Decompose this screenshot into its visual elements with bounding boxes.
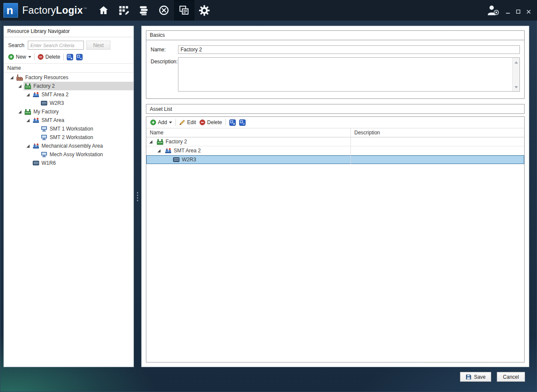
remove-circle-icon — [38, 54, 44, 60]
asset-grid: Name Description Factory 2SMT Area 2W2R3 — [146, 128, 524, 362]
resource-library-navigator-panel: Resource Library Navigator Search Next N… — [3, 26, 134, 367]
production-icon[interactable] — [154, 0, 174, 21]
caret-down-icon — [169, 122, 172, 124]
asset-list-title: Asset List — [146, 104, 525, 114]
expander-icon[interactable] — [149, 140, 153, 144]
close-button[interactable] — [526, 9, 531, 14]
name-input[interactable] — [178, 45, 520, 54]
collapse-all-button[interactable] — [76, 54, 83, 60]
new-button[interactable]: New — [8, 54, 31, 60]
next-button[interactable]: Next — [86, 41, 110, 50]
expand-all-button[interactable] — [229, 119, 236, 126]
settings-icon[interactable] — [194, 0, 214, 21]
tree-item[interactable]: SMT 2 Workstation — [4, 133, 134, 142]
logistics-icon[interactable] — [134, 0, 154, 21]
asset-list-body: Add Edit Delete — [146, 116, 525, 362]
collapse-all-button[interactable] — [239, 119, 246, 126]
delete-button[interactable]: Delete — [38, 54, 60, 60]
tree-item-label: SMT Area — [42, 117, 64, 123]
basics-form: Name: Description: — [146, 40, 524, 98]
search-input[interactable] — [28, 41, 84, 50]
description-input[interactable] — [178, 58, 512, 91]
asset-grid-rows: Factory 2SMT Area 2W2R3 — [146, 137, 524, 164]
tree-item-label: My Factory — [33, 109, 59, 115]
workstation-icon — [41, 151, 47, 158]
basics-section: Basics Name: Description: — [146, 30, 525, 99]
column-header-description[interactable]: Description — [351, 128, 524, 137]
save-button[interactable]: Save — [460, 372, 491, 382]
scroll-down-icon[interactable] — [514, 84, 518, 90]
footer-actions: Save Cancel — [460, 372, 525, 382]
asset-row[interactable]: Factory 2 — [146, 137, 524, 146]
trademark: ™ — [83, 7, 87, 11]
expander-icon[interactable] — [18, 84, 22, 88]
column-header-name[interactable]: Name — [4, 63, 134, 73]
navigator-toolbar: New Delete — [4, 52, 134, 63]
tree-item-label: SMT Area 2 — [42, 92, 68, 98]
user-button[interactable] — [486, 4, 500, 16]
expander-icon[interactable] — [26, 119, 30, 122]
asset-list-section: Asset List Add Edit Delete — [146, 104, 525, 362]
factory-icon — [16, 74, 23, 81]
titlebar-right-controls — [486, 4, 537, 16]
tree-item[interactable]: SMT Area 2 — [4, 90, 134, 99]
minimize-button[interactable] — [506, 9, 510, 14]
tree-item[interactable]: Mech Assy Workstation — [4, 150, 134, 159]
area-icon — [33, 117, 39, 124]
tree-item[interactable]: SMT 1 Workstation — [4, 125, 134, 133]
toolbar-separator — [63, 53, 64, 60]
expander-icon[interactable] — [26, 93, 30, 97]
machine-icon — [173, 156, 180, 163]
app-brand: FactoryLogix™ — [22, 5, 87, 16]
expander-icon[interactable] — [157, 149, 161, 153]
expand-all-button[interactable] — [67, 54, 73, 60]
toolbar-separator — [225, 119, 226, 126]
asset-description-cell — [351, 137, 524, 146]
tree-item[interactable]: W1R6 — [4, 159, 134, 167]
edit-button[interactable]: Edit — [179, 119, 196, 125]
asset-description-cell — [351, 155, 524, 164]
tree-item-label: SMT 2 Workstation — [50, 134, 93, 140]
cancel-button[interactable]: Cancel — [497, 372, 525, 382]
tree-item[interactable]: Mechanical Assembly Area — [4, 142, 134, 150]
expander-icon[interactable] — [18, 110, 22, 114]
asset-name-label: Factory 2 — [166, 139, 187, 145]
tree-item[interactable]: Factory 2 — [4, 82, 134, 90]
add-button[interactable]: Add — [150, 119, 172, 125]
tree-item-label: Factory Resources — [25, 74, 68, 80]
module-nav — [94, 0, 214, 21]
add-button-label: Add — [158, 119, 167, 125]
tree-item[interactable]: My Factory — [4, 107, 134, 116]
basics-section-title: Basics — [146, 31, 524, 40]
description-label: Description: — [151, 57, 178, 92]
expander-icon[interactable] — [26, 144, 30, 148]
tree-item[interactable]: SMT Area — [4, 116, 134, 125]
expander-spacer — [26, 161, 30, 165]
site-icon — [157, 138, 163, 145]
resource-tree: Factory ResourcesFactory 2SMT Area 2W2R3… — [4, 73, 134, 367]
expander-icon[interactable] — [10, 76, 14, 80]
cancel-button-label: Cancel — [503, 374, 519, 380]
tree-item[interactable]: Factory Resources — [4, 73, 134, 82]
tree-item[interactable]: W2R3 — [4, 99, 134, 107]
delete-asset-button[interactable]: Delete — [199, 119, 222, 125]
maximize-button[interactable] — [516, 9, 521, 14]
workstation-icon — [41, 134, 47, 141]
area-icon — [33, 91, 39, 98]
brand-bold: Logix — [56, 5, 83, 16]
library-icon[interactable] — [174, 0, 194, 21]
column-header-name[interactable]: Name — [146, 128, 351, 137]
home-icon[interactable] — [94, 0, 114, 21]
npi-icon[interactable] — [114, 0, 134, 21]
machine-icon — [41, 100, 47, 107]
save-button-label: Save — [474, 374, 486, 380]
asset-row[interactable]: SMT Area 2 — [146, 146, 524, 155]
app-window: n FactoryLogix™ Resource Library Navigat… — [0, 0, 537, 392]
scroll-up-icon[interactable] — [514, 59, 518, 65]
brand-light: Factory — [22, 5, 56, 16]
description-scrollbar[interactable] — [512, 58, 519, 91]
remove-circle-icon — [199, 119, 205, 125]
panel-splitter[interactable] — [134, 26, 141, 367]
asset-row[interactable]: W2R3 — [146, 155, 524, 164]
app-logo: n — [3, 3, 18, 18]
